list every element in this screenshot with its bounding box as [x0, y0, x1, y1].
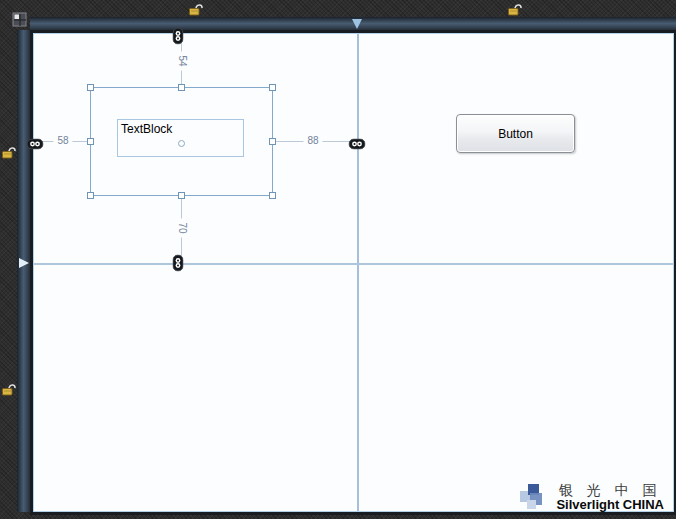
center-anchor-dot	[178, 140, 185, 147]
watermark-chinese-text: 银 光 中 国	[556, 483, 664, 498]
gridline-marker-left-icon[interactable]	[19, 258, 29, 268]
margin-top-label: 54	[176, 51, 188, 70]
column1-unlock-icon[interactable]	[188, 1, 205, 17]
grid-mode-icon[interactable]	[12, 12, 28, 28]
row1-unlock-icon[interactable]	[1, 144, 18, 160]
resize-handle-s[interactable]	[178, 192, 185, 199]
resize-handle-e[interactable]	[269, 138, 276, 145]
silverlight-china-logo	[520, 484, 547, 511]
resize-handle-sw[interactable]	[87, 192, 94, 199]
textblock-control[interactable]: TextBlock	[117, 119, 244, 157]
anchor-chain-bottom-icon[interactable]	[176, 255, 187, 272]
vertical-ruler[interactable]	[17, 30, 30, 512]
anchor-chain-left-icon[interactable]	[27, 136, 44, 147]
design-surface: 54 58 88 70	[0, 0, 676, 519]
column2-unlock-icon[interactable]	[507, 1, 524, 17]
margin-left-label: 58	[53, 135, 72, 147]
button-control[interactable]: Button	[456, 114, 575, 153]
watermark: 银 光 中 国 Silverlight CHINA	[520, 483, 664, 512]
resize-handle-w[interactable]	[87, 138, 94, 145]
margin-bottom-label: 70	[176, 218, 188, 237]
margin-right-label: 88	[303, 135, 322, 147]
resize-handle-ne[interactable]	[269, 84, 276, 91]
watermark-english-text: Silverlight CHINA	[556, 498, 664, 512]
resize-handle-se[interactable]	[269, 192, 276, 199]
anchor-chain-top-icon[interactable]	[176, 28, 187, 45]
anchor-chain-right-icon[interactable]	[349, 136, 366, 147]
grid-column-line[interactable]	[357, 34, 359, 511]
resize-handle-nw[interactable]	[87, 84, 94, 91]
row2-unlock-icon[interactable]	[1, 381, 18, 397]
grid-row-line[interactable]	[34, 263, 673, 265]
resize-handle-n[interactable]	[178, 84, 185, 91]
gridline-marker-top-icon[interactable]	[352, 19, 362, 29]
